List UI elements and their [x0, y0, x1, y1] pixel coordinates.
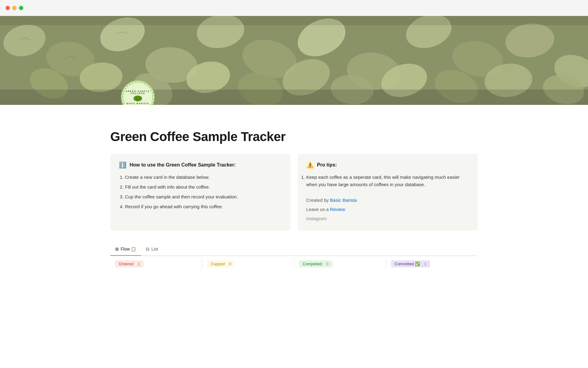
leave-review-text: Leave us a: [306, 207, 329, 212]
how-to-list: Create a new card in the database below.…: [119, 174, 282, 210]
how-to-step-3: Cup the coffee sample and then record yo…: [125, 193, 282, 201]
completed-badge: Completed 0: [299, 260, 332, 267]
kanban-col-cupped: Cupped 0: [202, 256, 294, 272]
instagram-link[interactable]: Instagram: [306, 216, 327, 221]
ordered-count: 1: [138, 262, 140, 266]
pro-tip-item: Keep each coffee as a seperate card, thi…: [306, 174, 469, 188]
flow-tab-label: Flow 📋: [121, 247, 136, 251]
created-by-line: Created by Basic Barista: [306, 196, 469, 205]
minimize-button[interactable]: [12, 6, 17, 10]
kanban-col-committed: Committed ✅ 1: [386, 256, 478, 272]
list-tab-icon: ⊟: [146, 247, 149, 251]
ordered-badge: Ordered 1: [115, 260, 144, 267]
how-to-step-2: Fill out the card with info about the co…: [125, 183, 282, 191]
basic-barista-link[interactable]: Basic Barista: [330, 197, 357, 203]
how-to-box: ℹ️ How to use the Green Coffee Sample Tr…: [110, 154, 290, 231]
hero-banner: GREEN SAMPLE TRACKER BASIC BARISTA: [0, 16, 588, 105]
completed-count: 0: [326, 262, 328, 266]
tab-flow[interactable]: ⊞ Flow 📋: [110, 243, 141, 256]
info-icon: ℹ️: [119, 161, 126, 169]
review-line: Leave us a Review: [306, 205, 469, 214]
tab-list[interactable]: ⊟ List: [141, 243, 163, 256]
logo-inner: GREEN SAMPLE TRACKER BASIC BARISTA: [123, 82, 153, 105]
tabs-row: ⊞ Flow 📋 ⊟ List: [110, 243, 478, 256]
cupped-badge: Cupped 0: [207, 260, 235, 267]
pro-tips-box: ⚠️ Pro tips: Keep each coffee as a seper…: [298, 154, 478, 231]
how-to-step-1: Create a new card in the database below.: [125, 174, 282, 181]
main-content: Green Coffee Sample Tracker ℹ️ How to us…: [0, 105, 588, 284]
logo-text-top: GREEN SAMPLE TRACKER: [123, 90, 153, 94]
maximize-button[interactable]: [19, 6, 23, 10]
svg-point-26: [134, 95, 142, 101]
completed-label: Completed: [303, 262, 322, 266]
how-to-header: ℹ️ How to use the Green Coffee Sample Tr…: [119, 161, 282, 169]
page-title: Green Coffee Sample Tracker: [110, 129, 478, 144]
review-link[interactable]: Review: [330, 207, 345, 212]
window-bar: [0, 0, 588, 16]
kanban-header: Ordered 1 Cupped 0 Completed 0 Committed…: [110, 256, 478, 272]
warning-icon: ⚠️: [306, 161, 314, 169]
pro-tips-list: Keep each coffee as a seperate card, thi…: [306, 174, 469, 188]
how-to-title: How to use the Green Coffee Sample Track…: [130, 162, 236, 168]
created-by-text: Created by: [306, 197, 329, 203]
cupped-label: Cupped: [211, 262, 225, 266]
kanban-col-completed: Completed 0: [294, 256, 386, 272]
svg-rect-25: [0, 16, 588, 25]
cupped-count: 0: [229, 262, 231, 266]
committed-count: 1: [424, 262, 426, 266]
committed-badge: Committed ✅ 1: [391, 260, 430, 267]
info-row: ℹ️ How to use the Green Coffee Sample Tr…: [110, 154, 478, 231]
flow-tab-icon: ⊞: [115, 247, 119, 251]
how-to-step-4: Record if you go ahead with carrying thi…: [125, 203, 282, 210]
logo-text-bottom: BASIC BARISTA: [126, 102, 149, 105]
kanban-col-ordered: Ordered 1: [110, 256, 202, 272]
pro-tips-title: Pro tips:: [317, 162, 337, 168]
svg-rect-24: [0, 90, 588, 105]
close-button[interactable]: [6, 6, 10, 10]
ordered-label: Ordered: [119, 262, 134, 266]
links-section: Created by Basic Barista Leave us a Revi…: [306, 196, 469, 223]
instagram-line: Instagram: [306, 214, 469, 223]
committed-label: Committed ✅: [395, 262, 420, 266]
list-tab-label: List: [151, 247, 158, 251]
pro-tips-header: ⚠️ Pro tips:: [306, 161, 469, 169]
